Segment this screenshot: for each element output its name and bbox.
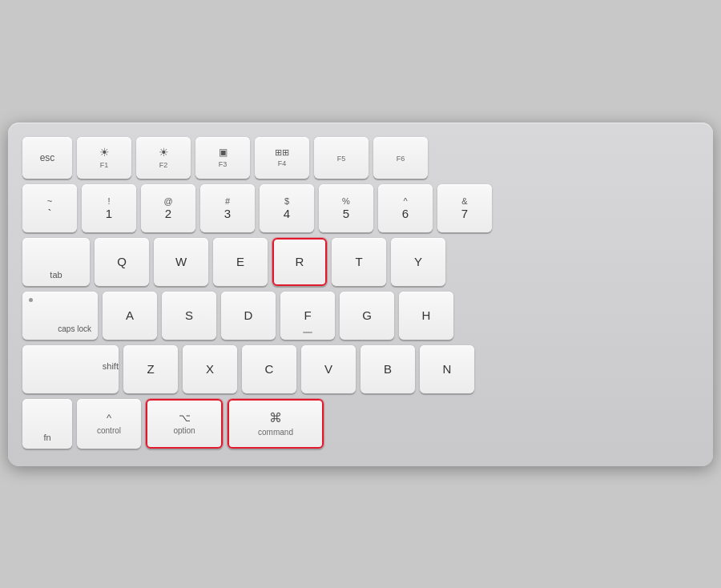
- key-z-label: Z: [147, 363, 154, 375]
- key-f1-label: F1: [100, 161, 109, 169]
- key-3-main: 3: [224, 207, 231, 219]
- key-a[interactable]: A: [103, 292, 157, 340]
- key-option-icon: ⌥: [179, 412, 191, 425]
- key-w[interactable]: W: [154, 238, 208, 286]
- key-s[interactable]: S: [162, 292, 216, 340]
- key-control-icon: ^: [107, 412, 111, 425]
- key-n[interactable]: N: [420, 345, 474, 393]
- key-z[interactable]: Z: [123, 345, 178, 393]
- key-n-label: N: [443, 363, 452, 375]
- key-tab-label: tab: [50, 270, 62, 280]
- key-f1[interactable]: ☀ F1: [77, 137, 131, 179]
- key-5-main: 5: [343, 207, 349, 219]
- key-4-top: $: [284, 196, 289, 207]
- key-r-label: R: [296, 256, 304, 268]
- key-s-label: S: [185, 309, 193, 321]
- key-capslock-label: caps lock: [58, 324, 91, 333]
- key-f4[interactable]: ⊞⊞ F4: [255, 137, 309, 179]
- key-g-label: G: [362, 309, 372, 321]
- key-fn[interactable]: fn: [22, 399, 72, 449]
- key-2[interactable]: @ 2: [141, 184, 195, 232]
- key-f2-label: F2: [159, 161, 168, 169]
- zxcv-row: shift Z X C V B N: [22, 345, 699, 393]
- key-h-label: H: [422, 309, 431, 321]
- key-tilde-main: `: [48, 207, 52, 219]
- key-5-top: %: [342, 196, 350, 207]
- number-row: ~ ` ! 1 @ 2 # 3 $ 4 % 5 ^ 6 & 7: [22, 184, 699, 232]
- key-1-top: !: [107, 196, 110, 207]
- key-control[interactable]: ^ control: [77, 399, 141, 449]
- key-4[interactable]: $ 4: [260, 184, 314, 232]
- key-2-main: 2: [165, 207, 171, 219]
- key-x[interactable]: X: [183, 345, 237, 393]
- key-fn-label: fn: [43, 433, 50, 442]
- key-d[interactable]: D: [221, 292, 276, 340]
- key-esc[interactable]: esc: [22, 137, 72, 179]
- key-tilde[interactable]: ~ `: [22, 184, 77, 232]
- key-f5[interactable]: F5: [314, 137, 369, 179]
- key-f-label: F: [304, 309, 311, 321]
- key-f3-label: F3: [219, 160, 228, 168]
- key-6-main: 6: [402, 207, 409, 219]
- key-option[interactable]: ⌥ option: [146, 399, 223, 449]
- key-4-main: 4: [284, 207, 290, 219]
- key-tilde-top: ~: [47, 196, 52, 207]
- key-command-label: command: [258, 428, 293, 437]
- key-3-top: #: [225, 196, 230, 207]
- asdf-row: caps lock A S D F G H: [22, 292, 699, 340]
- key-command-icon: ⌘: [269, 410, 282, 425]
- key-f2-icon: ☀: [159, 146, 169, 159]
- key-f1-icon: ☀: [99, 146, 110, 159]
- key-y-label: Y: [414, 256, 422, 268]
- key-x-label: X: [206, 363, 214, 375]
- qwerty-row: tab Q W E R T Y: [22, 238, 699, 286]
- key-c[interactable]: C: [242, 345, 296, 393]
- key-f6[interactable]: F6: [373, 137, 428, 179]
- key-option-label: option: [173, 426, 195, 435]
- key-b[interactable]: B: [360, 345, 415, 393]
- key-w-label: W: [175, 256, 187, 268]
- key-5[interactable]: % 5: [319, 184, 373, 232]
- key-6-top: ^: [403, 196, 407, 207]
- key-a-label: A: [126, 309, 134, 321]
- key-g[interactable]: G: [340, 292, 394, 340]
- bottom-row: fn ^ control ⌥ option ⌘ command: [22, 399, 699, 449]
- key-q-label: Q: [117, 256, 127, 268]
- key-f-bump: [303, 332, 312, 333]
- key-b-label: B: [384, 363, 392, 375]
- key-1[interactable]: ! 1: [82, 184, 136, 232]
- key-f2[interactable]: ☀ F2: [136, 137, 191, 179]
- key-f5-label: F5: [337, 155, 346, 163]
- keyboard: esc ☀ F1 ☀ F2 ▣ F3 ⊞⊞ F4 F5 F6 ~ `: [8, 123, 713, 466]
- key-tab[interactable]: tab: [22, 238, 90, 286]
- key-f3[interactable]: ▣ F3: [195, 137, 250, 179]
- key-e[interactable]: E: [213, 238, 268, 286]
- key-capslock[interactable]: caps lock: [22, 292, 98, 340]
- key-command[interactable]: ⌘ command: [228, 399, 324, 449]
- key-y[interactable]: Y: [391, 238, 445, 286]
- key-r[interactable]: R: [272, 238, 327, 286]
- key-7-main: 7: [461, 207, 468, 219]
- function-row: esc ☀ F1 ☀ F2 ▣ F3 ⊞⊞ F4 F5 F6: [22, 137, 699, 179]
- key-h[interactable]: H: [399, 292, 453, 340]
- key-6[interactable]: ^ 6: [378, 184, 433, 232]
- key-c-label: C: [265, 363, 274, 375]
- key-control-label: control: [97, 426, 121, 435]
- key-f4-label: F4: [278, 159, 287, 167]
- key-f4-icon: ⊞⊞: [275, 147, 289, 158]
- key-t[interactable]: T: [332, 238, 386, 286]
- key-t-label: T: [355, 256, 362, 268]
- key-7[interactable]: & 7: [437, 184, 492, 232]
- key-3[interactable]: # 3: [200, 184, 255, 232]
- key-v-label: V: [324, 363, 332, 375]
- key-f[interactable]: F: [280, 292, 335, 340]
- key-shift-left[interactable]: shift: [22, 345, 119, 393]
- key-f6-label: F6: [397, 155, 405, 163]
- key-7-top: &: [461, 196, 467, 207]
- key-q[interactable]: Q: [95, 238, 149, 286]
- key-2-top: @: [163, 196, 172, 207]
- key-1-main: 1: [106, 207, 112, 219]
- key-esc-label: esc: [40, 153, 55, 163]
- key-v[interactable]: V: [301, 345, 356, 393]
- key-shift-label: shift: [103, 361, 119, 371]
